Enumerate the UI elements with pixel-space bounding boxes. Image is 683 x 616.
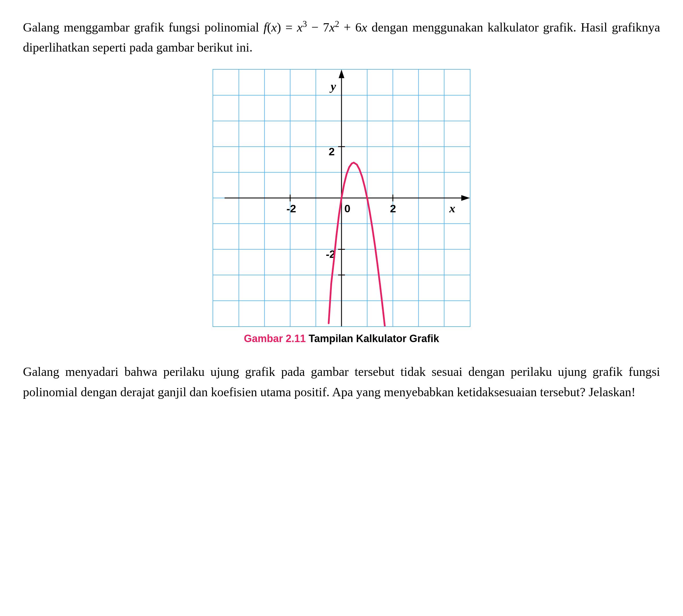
polynomial-curve <box>329 163 385 326</box>
y-tick-2: 2 <box>329 146 335 158</box>
caption-text: Tampilan Kalkulator Grafik <box>306 333 439 345</box>
y-axis-arrow-icon <box>339 70 344 78</box>
question-paragraph: Galang menyadari bahwa perilaku ujung gr… <box>23 362 660 402</box>
chart-plot-area: y x 2 -2 -2 0 2 <box>213 69 470 327</box>
chart-container: y x 2 -2 -2 0 2 Gambar 2.11 Tampilan Kal… <box>23 69 660 345</box>
x-axis-label: x <box>449 202 455 215</box>
intro-text-pre: Galang menggambar grafik fungsi polinomi… <box>23 20 264 35</box>
x-axis-arrow-icon <box>461 195 470 201</box>
y-axis-label: y <box>329 80 336 93</box>
caption-prefix: Gambar 2.11 <box>244 333 306 345</box>
chart-svg: y x 2 -2 -2 0 2 <box>213 70 470 326</box>
chart-caption: Gambar 2.11 Tampilan Kalkulator Grafik <box>244 333 439 345</box>
intro-paragraph: Galang menggambar grafik fungsi polinomi… <box>23 17 660 58</box>
polynomial-formula: f(x) = x3 − 7x2 + 6x <box>264 20 372 35</box>
x-tick-2: 2 <box>390 202 396 215</box>
x-tick-m2: -2 <box>286 202 296 215</box>
x-tick-0: 0 <box>344 202 350 215</box>
